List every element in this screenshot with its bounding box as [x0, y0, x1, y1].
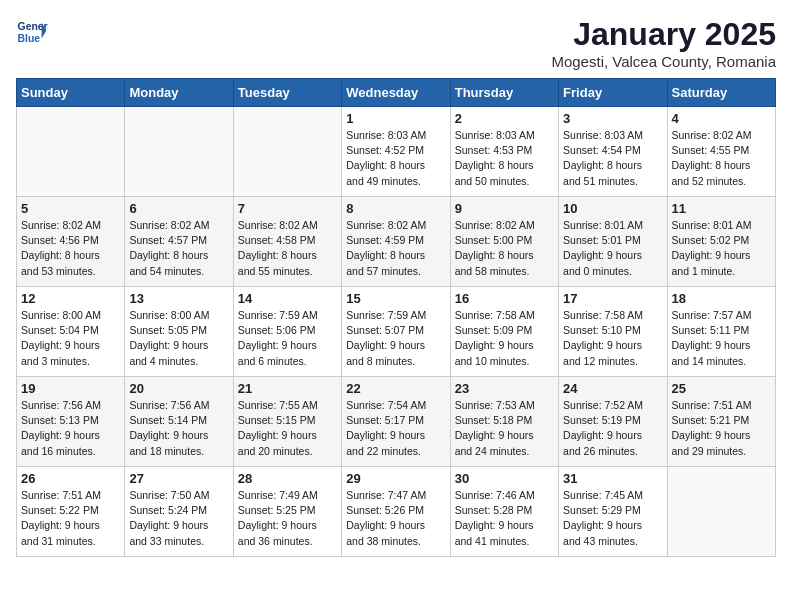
- calendar-cell: 27Sunrise: 7:50 AM Sunset: 5:24 PM Dayli…: [125, 467, 233, 557]
- day-number: 24: [563, 381, 662, 396]
- logo: General Blue: [16, 16, 48, 48]
- calendar-cell: 6Sunrise: 8:02 AM Sunset: 4:57 PM Daylig…: [125, 197, 233, 287]
- day-number: 22: [346, 381, 445, 396]
- calendar-subtitle: Mogesti, Valcea County, Romania: [551, 53, 776, 70]
- calendar-table: SundayMondayTuesdayWednesdayThursdayFrid…: [16, 78, 776, 557]
- calendar-cell: 12Sunrise: 8:00 AM Sunset: 5:04 PM Dayli…: [17, 287, 125, 377]
- day-number: 15: [346, 291, 445, 306]
- day-number: 23: [455, 381, 554, 396]
- weekday-header: Friday: [559, 79, 667, 107]
- day-info: Sunrise: 7:56 AM Sunset: 5:14 PM Dayligh…: [129, 398, 228, 459]
- calendar-cell: 9Sunrise: 8:02 AM Sunset: 5:00 PM Daylig…: [450, 197, 558, 287]
- calendar-cell: [125, 107, 233, 197]
- calendar-cell: 11Sunrise: 8:01 AM Sunset: 5:02 PM Dayli…: [667, 197, 775, 287]
- calendar-cell: [233, 107, 341, 197]
- calendar-cell: 3Sunrise: 8:03 AM Sunset: 4:54 PM Daylig…: [559, 107, 667, 197]
- day-info: Sunrise: 8:02 AM Sunset: 5:00 PM Dayligh…: [455, 218, 554, 279]
- day-info: Sunrise: 8:01 AM Sunset: 5:01 PM Dayligh…: [563, 218, 662, 279]
- day-number: 9: [455, 201, 554, 216]
- calendar-cell: 31Sunrise: 7:45 AM Sunset: 5:29 PM Dayli…: [559, 467, 667, 557]
- weekday-header: Saturday: [667, 79, 775, 107]
- day-info: Sunrise: 7:58 AM Sunset: 5:10 PM Dayligh…: [563, 308, 662, 369]
- calendar-cell: 15Sunrise: 7:59 AM Sunset: 5:07 PM Dayli…: [342, 287, 450, 377]
- calendar-cell: [17, 107, 125, 197]
- calendar-cell: 5Sunrise: 8:02 AM Sunset: 4:56 PM Daylig…: [17, 197, 125, 287]
- day-info: Sunrise: 7:50 AM Sunset: 5:24 PM Dayligh…: [129, 488, 228, 549]
- day-number: 14: [238, 291, 337, 306]
- day-info: Sunrise: 8:02 AM Sunset: 4:57 PM Dayligh…: [129, 218, 228, 279]
- calendar-cell: 24Sunrise: 7:52 AM Sunset: 5:19 PM Dayli…: [559, 377, 667, 467]
- day-number: 28: [238, 471, 337, 486]
- day-number: 3: [563, 111, 662, 126]
- page-header: General Blue January 2025 Mogesti, Valce…: [16, 16, 776, 70]
- day-number: 8: [346, 201, 445, 216]
- calendar-cell: 22Sunrise: 7:54 AM Sunset: 5:17 PM Dayli…: [342, 377, 450, 467]
- calendar-cell: 18Sunrise: 7:57 AM Sunset: 5:11 PM Dayli…: [667, 287, 775, 377]
- day-info: Sunrise: 8:03 AM Sunset: 4:54 PM Dayligh…: [563, 128, 662, 189]
- day-info: Sunrise: 7:47 AM Sunset: 5:26 PM Dayligh…: [346, 488, 445, 549]
- day-info: Sunrise: 8:00 AM Sunset: 5:04 PM Dayligh…: [21, 308, 120, 369]
- svg-text:Blue: Blue: [18, 33, 41, 44]
- title-area: January 2025 Mogesti, Valcea County, Rom…: [551, 16, 776, 70]
- calendar-cell: 20Sunrise: 7:56 AM Sunset: 5:14 PM Dayli…: [125, 377, 233, 467]
- day-info: Sunrise: 8:02 AM Sunset: 4:59 PM Dayligh…: [346, 218, 445, 279]
- day-number: 16: [455, 291, 554, 306]
- logo-icon: General Blue: [16, 16, 48, 48]
- calendar-cell: 29Sunrise: 7:47 AM Sunset: 5:26 PM Dayli…: [342, 467, 450, 557]
- day-number: 31: [563, 471, 662, 486]
- weekday-header-row: SundayMondayTuesdayWednesdayThursdayFrid…: [17, 79, 776, 107]
- calendar-cell: 30Sunrise: 7:46 AM Sunset: 5:28 PM Dayli…: [450, 467, 558, 557]
- day-number: 17: [563, 291, 662, 306]
- day-info: Sunrise: 7:59 AM Sunset: 5:06 PM Dayligh…: [238, 308, 337, 369]
- day-info: Sunrise: 7:51 AM Sunset: 5:22 PM Dayligh…: [21, 488, 120, 549]
- calendar-cell: 21Sunrise: 7:55 AM Sunset: 5:15 PM Dayli…: [233, 377, 341, 467]
- weekday-header: Thursday: [450, 79, 558, 107]
- day-info: Sunrise: 7:46 AM Sunset: 5:28 PM Dayligh…: [455, 488, 554, 549]
- day-info: Sunrise: 7:55 AM Sunset: 5:15 PM Dayligh…: [238, 398, 337, 459]
- day-info: Sunrise: 8:01 AM Sunset: 5:02 PM Dayligh…: [672, 218, 771, 279]
- day-number: 12: [21, 291, 120, 306]
- calendar-cell: 10Sunrise: 8:01 AM Sunset: 5:01 PM Dayli…: [559, 197, 667, 287]
- day-info: Sunrise: 7:59 AM Sunset: 5:07 PM Dayligh…: [346, 308, 445, 369]
- day-info: Sunrise: 7:52 AM Sunset: 5:19 PM Dayligh…: [563, 398, 662, 459]
- calendar-cell: 2Sunrise: 8:03 AM Sunset: 4:53 PM Daylig…: [450, 107, 558, 197]
- calendar-cell: 14Sunrise: 7:59 AM Sunset: 5:06 PM Dayli…: [233, 287, 341, 377]
- day-info: Sunrise: 7:56 AM Sunset: 5:13 PM Dayligh…: [21, 398, 120, 459]
- day-info: Sunrise: 8:02 AM Sunset: 4:55 PM Dayligh…: [672, 128, 771, 189]
- calendar-cell: 4Sunrise: 8:02 AM Sunset: 4:55 PM Daylig…: [667, 107, 775, 197]
- day-info: Sunrise: 8:02 AM Sunset: 4:56 PM Dayligh…: [21, 218, 120, 279]
- calendar-cell: 17Sunrise: 7:58 AM Sunset: 5:10 PM Dayli…: [559, 287, 667, 377]
- calendar-title: January 2025: [551, 16, 776, 53]
- calendar-cell: 16Sunrise: 7:58 AM Sunset: 5:09 PM Dayli…: [450, 287, 558, 377]
- calendar-week-row: 12Sunrise: 8:00 AM Sunset: 5:04 PM Dayli…: [17, 287, 776, 377]
- weekday-header: Tuesday: [233, 79, 341, 107]
- weekday-header: Monday: [125, 79, 233, 107]
- calendar-week-row: 19Sunrise: 7:56 AM Sunset: 5:13 PM Dayli…: [17, 377, 776, 467]
- day-info: Sunrise: 7:45 AM Sunset: 5:29 PM Dayligh…: [563, 488, 662, 549]
- calendar-cell: 13Sunrise: 8:00 AM Sunset: 5:05 PM Dayli…: [125, 287, 233, 377]
- day-number: 29: [346, 471, 445, 486]
- day-number: 5: [21, 201, 120, 216]
- day-number: 25: [672, 381, 771, 396]
- day-number: 20: [129, 381, 228, 396]
- day-number: 26: [21, 471, 120, 486]
- day-info: Sunrise: 7:57 AM Sunset: 5:11 PM Dayligh…: [672, 308, 771, 369]
- day-info: Sunrise: 7:51 AM Sunset: 5:21 PM Dayligh…: [672, 398, 771, 459]
- day-info: Sunrise: 8:02 AM Sunset: 4:58 PM Dayligh…: [238, 218, 337, 279]
- day-info: Sunrise: 7:54 AM Sunset: 5:17 PM Dayligh…: [346, 398, 445, 459]
- calendar-cell: 26Sunrise: 7:51 AM Sunset: 5:22 PM Dayli…: [17, 467, 125, 557]
- day-info: Sunrise: 7:58 AM Sunset: 5:09 PM Dayligh…: [455, 308, 554, 369]
- day-number: 2: [455, 111, 554, 126]
- day-number: 10: [563, 201, 662, 216]
- weekday-header: Sunday: [17, 79, 125, 107]
- day-number: 21: [238, 381, 337, 396]
- calendar-cell: 23Sunrise: 7:53 AM Sunset: 5:18 PM Dayli…: [450, 377, 558, 467]
- calendar-cell: 8Sunrise: 8:02 AM Sunset: 4:59 PM Daylig…: [342, 197, 450, 287]
- day-info: Sunrise: 8:00 AM Sunset: 5:05 PM Dayligh…: [129, 308, 228, 369]
- day-number: 7: [238, 201, 337, 216]
- calendar-cell: [667, 467, 775, 557]
- weekday-header: Wednesday: [342, 79, 450, 107]
- day-number: 27: [129, 471, 228, 486]
- day-number: 30: [455, 471, 554, 486]
- day-number: 6: [129, 201, 228, 216]
